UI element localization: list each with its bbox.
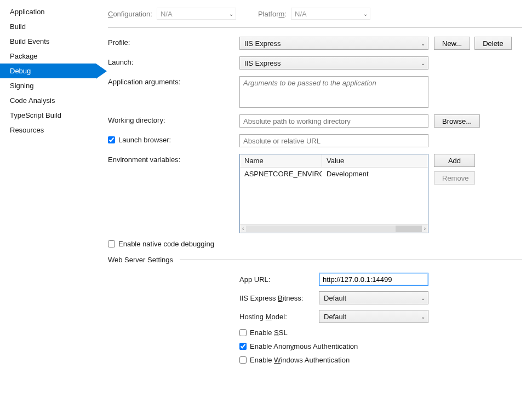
sidebar-item-debug[interactable]: Debug — [0, 64, 96, 78]
scroll-right-icon[interactable]: › — [423, 226, 427, 232]
sidebar: Application Build Build Events Package D… — [0, 0, 96, 409]
scroll-left-icon[interactable]: ‹ — [241, 226, 245, 232]
iis-bitness-label: IIS Express Bitness: — [239, 294, 319, 302]
profile-combo[interactable]: IIS Express ⌄ — [239, 37, 428, 50]
native-debug-label: Enable native code debugging — [118, 240, 214, 248]
remove-env-button: Remove — [434, 171, 475, 185]
iis-bitness-combo[interactable]: Default ⌄ — [319, 291, 428, 304]
platform-value: N/A — [295, 10, 307, 18]
env-vars-table[interactable]: Name Value ASPNETCORE_ENVIRONMENT Develo… — [239, 154, 428, 233]
horizontal-scrollbar[interactable]: ‹ › — [240, 224, 428, 233]
hosting-model-value: Default — [324, 313, 346, 321]
hosting-model-label: Hosting Model: — [239, 313, 319, 321]
enable-windows-auth-label: Enable Windows Authentication — [250, 356, 350, 364]
platform-combo: N/A ⌄ — [291, 8, 370, 20]
sidebar-item-application[interactable]: Application — [0, 4, 96, 19]
new-profile-button[interactable]: New... — [434, 37, 470, 50]
app-url-label: App URL: — [239, 275, 319, 284]
browse-button[interactable]: Browse... — [434, 114, 480, 128]
enable-anonymous-auth-label: Enable Anonymous Authentication — [250, 342, 358, 350]
sidebar-item-typescript-build[interactable]: TypeScript Build — [0, 108, 96, 123]
env-header: Name Value — [240, 154, 428, 168]
chevron-down-icon: ⌄ — [421, 60, 425, 66]
chevron-down-icon: ⌄ — [421, 295, 425, 301]
sidebar-item-build-events[interactable]: Build Events — [0, 34, 96, 49]
sidebar-item-resources[interactable]: Resources — [0, 123, 96, 137]
chevron-down-icon: ⌄ — [421, 314, 425, 320]
platform-label: Platform: — [258, 10, 287, 18]
app-args-input[interactable] — [239, 76, 428, 108]
add-env-button[interactable]: Add — [434, 154, 475, 167]
launch-value: IIS Express — [244, 59, 281, 67]
launch-browser-checkbox[interactable] — [108, 136, 115, 143]
env-vars-label: Environment variables: — [108, 154, 239, 164]
profile-value: IIS Express — [244, 39, 281, 48]
workdir-label: Working directory: — [108, 114, 239, 124]
env-header-value[interactable]: Value — [322, 154, 428, 167]
native-debug-checkbox[interactable] — [108, 240, 115, 247]
hosting-model-combo[interactable]: Default ⌄ — [319, 310, 428, 323]
launch-browser-label: Launch browser: — [118, 136, 171, 144]
env-row-value: Development — [322, 168, 428, 180]
launch-browser-input[interactable] — [239, 134, 428, 147]
configuration-label: Configuration: — [108, 10, 152, 18]
app-url-input[interactable] — [319, 273, 428, 286]
sidebar-item-build[interactable]: Build — [0, 19, 96, 34]
sidebar-item-package[interactable]: Package — [0, 49, 96, 64]
delete-profile-button[interactable]: Delete — [474, 37, 512, 50]
chevron-down-icon: ⌄ — [229, 11, 233, 17]
env-header-name[interactable]: Name — [240, 154, 322, 167]
app-args-label: Application arguments: — [108, 76, 239, 86]
table-row[interactable]: ASPNETCORE_ENVIRONMENT Development — [240, 168, 428, 180]
sidebar-item-code-analysis[interactable]: Code Analysis — [0, 93, 96, 108]
enable-anonymous-auth-checkbox[interactable] — [239, 343, 247, 350]
enable-ssl-checkbox[interactable] — [239, 329, 247, 336]
workdir-input[interactable] — [239, 114, 428, 128]
configuration-value: N/A — [161, 10, 173, 18]
env-row-name: ASPNETCORE_ENVIRONMENT — [240, 168, 322, 180]
main-panel: Configuration: N/A ⌄ Platform: N/A ⌄ Pro… — [96, 0, 532, 409]
profile-label: Profile: — [108, 37, 239, 47]
iis-bitness-value: Default — [324, 294, 346, 302]
config-platform-bar: Configuration: N/A ⌄ Platform: N/A ⌄ — [108, 8, 522, 28]
enable-ssl-label: Enable SSL — [250, 329, 288, 337]
launch-combo[interactable]: IIS Express ⌄ — [239, 56, 428, 70]
enable-windows-auth-checkbox[interactable] — [239, 356, 247, 364]
separator — [180, 260, 522, 260]
sidebar-item-signing[interactable]: Signing — [0, 78, 96, 93]
configuration-combo: N/A ⌄ — [157, 8, 236, 20]
launch-label: Launch: — [108, 56, 239, 66]
web-server-settings-heading: Web Server Settings — [108, 256, 180, 264]
chevron-down-icon: ⌄ — [421, 41, 425, 47]
chevron-down-icon: ⌄ — [363, 11, 368, 17]
